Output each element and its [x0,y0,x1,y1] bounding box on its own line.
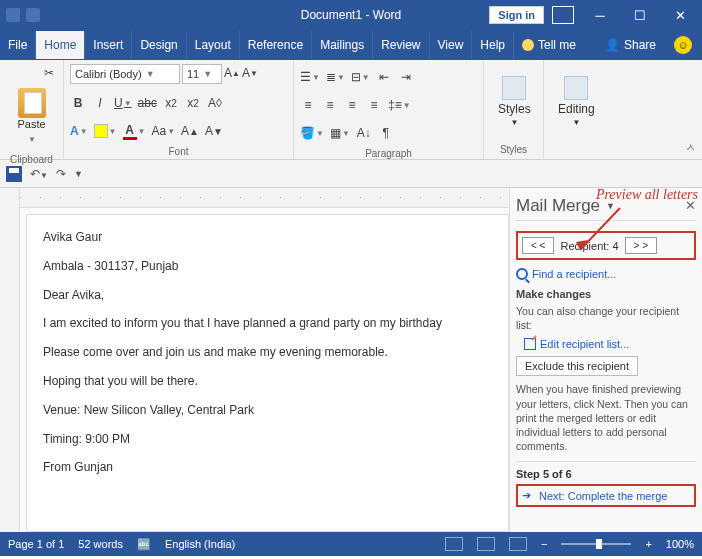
tab-design[interactable]: Design [132,31,186,59]
recipient-nav: < < Recipient: 4 > > [516,231,696,260]
bulb-icon [522,39,534,51]
pane-close-button[interactable]: ✕ [685,198,696,213]
next-recipient-button[interactable]: > > [625,237,657,254]
highlight-button[interactable]: ▼ [94,122,117,140]
collapse-ribbon-icon[interactable]: ㅅ [685,140,696,155]
zoom-out-button[interactable]: − [541,538,547,550]
tab-insert[interactable]: Insert [85,31,132,59]
justify-icon[interactable]: ≡ [366,96,382,114]
recipient-label: Recipient: 4 [560,240,618,252]
shrink-font-icon[interactable]: A▼ [242,64,258,82]
strikethrough-button[interactable]: abc [138,94,157,112]
paste-button[interactable]: Paste [17,118,45,130]
document-area[interactable]: Avika Gaur Ambala - 301137, Punjab Dear … [26,214,509,532]
subscript-button[interactable]: x2 [163,94,179,112]
align-center-icon[interactable]: ≡ [322,96,338,114]
status-bar: Page 1 of 1 52 words 🔤 English (India) −… [0,532,702,556]
group-font: Font [64,144,293,161]
numbering-icon[interactable]: ≣▼ [326,68,345,86]
multilevel-icon[interactable]: ⊟▼ [351,68,370,86]
print-layout-icon[interactable] [477,537,495,551]
tab-help[interactable]: Help [472,31,514,59]
feedback-icon[interactable]: ☺ [674,36,692,54]
minimize-button[interactable]: ─ [582,1,618,29]
preview-instructions: When you have finished previewing your l… [516,382,696,453]
ribbon: ✂ Paste ▼ Clipboard Calibri (Body)▼ 11▼ … [0,60,702,160]
page-status[interactable]: Page 1 of 1 [8,538,64,550]
tab-view[interactable]: View [430,31,473,59]
edit-recipient-list-link[interactable]: Edit recipient list... [524,338,696,350]
shading-icon[interactable]: 🪣▼ [300,124,324,142]
bullets-icon[interactable]: ☰▼ [300,68,320,86]
decrease-indent-icon[interactable]: ⇤ [376,68,392,86]
group-styles: Styles [484,142,543,159]
document-title: Document1 - Word [301,8,401,22]
exclude-recipient-button[interactable]: Exclude this recipient [516,356,638,376]
find-recipient-link[interactable]: Find a recipient... [516,268,696,280]
search-icon [516,268,528,280]
horizontal-ruler [20,188,509,208]
line-spacing-icon[interactable]: ‡≡▼ [388,96,411,114]
editing-button[interactable]: Editing ▼ [550,72,603,131]
doc-line: Venue: New Silicon Valley, Central Park [43,402,492,419]
font-size-combo[interactable]: 11▼ [182,64,222,84]
read-mode-icon[interactable] [445,537,463,551]
tab-home[interactable]: Home [36,31,85,59]
cut-icon[interactable]: ✂ [41,64,57,82]
change-case-button[interactable]: Aa▼ [151,122,175,140]
increase-indent-icon[interactable]: ⇥ [398,68,414,86]
doc-line: Please come over and join us and make my… [43,344,492,361]
doc-line: Ambala - 301137, Punjab [43,258,492,275]
zoom-level[interactable]: 100% [666,538,694,550]
close-button[interactable]: ✕ [662,1,698,29]
font-name-combo[interactable]: Calibri (Body)▼ [70,64,180,84]
workspace: Avika Gaur Ambala - 301137, Punjab Dear … [0,188,702,532]
font-color-button[interactable]: A▼ [123,122,146,140]
tab-review[interactable]: Review [373,31,429,59]
maximize-button[interactable]: ☐ [622,1,658,29]
grow-font-icon[interactable]: A▲ [224,64,240,82]
tab-reference[interactable]: Reference [240,31,312,59]
next-complete-merge-link[interactable]: ➔Next: Complete the merge [522,489,690,502]
underline-button[interactable]: U▼ [114,94,132,112]
doc-line: Timing: 9:00 PM [43,431,492,448]
bold-button[interactable]: B [70,94,86,112]
spellcheck-icon[interactable]: 🔤 [137,538,151,551]
italic-button[interactable]: I [92,94,108,112]
clear-format-icon[interactable]: A◊ [207,94,223,112]
ribbon-tabs: File Home Insert Design Layout Reference… [0,30,702,60]
tell-me[interactable]: Tell me [514,38,584,52]
shrink-font2-icon[interactable]: A▼ [205,122,223,140]
paste-icon[interactable] [18,88,46,118]
pane-title: Mail Merge▼ [516,188,696,221]
borders-icon[interactable]: ▦▼ [330,124,350,142]
doc-line: Hoping that you will be there. [43,373,492,390]
paste-dropdown[interactable]: ▼ [24,130,40,148]
language-status[interactable]: English (India) [165,538,235,550]
align-right-icon[interactable]: ≡ [344,96,360,114]
grow-font2-icon[interactable]: A▲ [181,122,199,140]
sort-icon[interactable]: A↓ [356,124,372,142]
superscript-button[interactable]: x2 [185,94,201,112]
change-note: You can also change your recipient list: [516,304,696,332]
arrow-right-icon: ➔ [522,489,531,502]
styles-icon [502,76,526,100]
tab-mailings[interactable]: Mailings [312,31,373,59]
tab-layout[interactable]: Layout [187,31,240,59]
zoom-slider[interactable] [561,543,631,545]
ribbon-display-icon[interactable] [552,6,574,24]
title-bar: Document1 - Word Sign in ─ ☐ ✕ [0,0,702,30]
show-marks-icon[interactable]: ¶ [378,124,394,142]
text-effects-icon[interactable]: A▼ [70,122,88,140]
sign-in-button[interactable]: Sign in [489,6,544,24]
tab-file[interactable]: File [0,31,36,59]
share-button[interactable]: 👤 Share [597,38,664,52]
qat-customize-icon[interactable]: ▼ [74,169,83,179]
web-layout-icon[interactable] [509,537,527,551]
word-count[interactable]: 52 words [78,538,123,550]
align-left-icon[interactable]: ≡ [300,96,316,114]
styles-button[interactable]: Styles ▼ [490,72,539,131]
zoom-in-button[interactable]: + [645,538,651,550]
save-icon[interactable] [6,166,22,182]
prev-recipient-button[interactable]: < < [522,237,554,254]
